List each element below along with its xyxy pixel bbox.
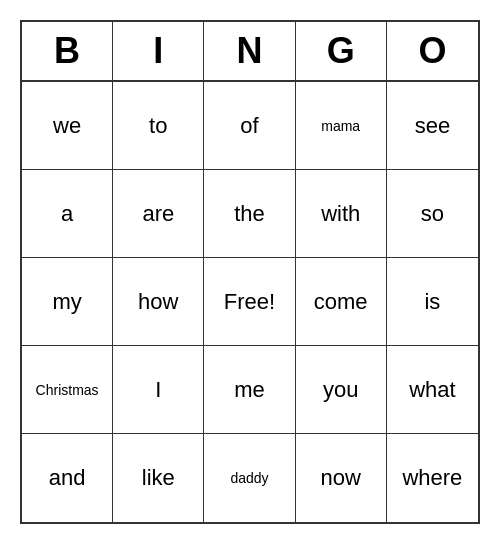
bingo-cell[interactable]: we <box>22 82 113 170</box>
bingo-card: BINGO wetoofmamaseeaarethewithsomyhowFre… <box>20 20 480 524</box>
bingo-cell[interactable]: see <box>387 82 478 170</box>
bingo-grid: wetoofmamaseeaarethewithsomyhowFree!come… <box>22 82 478 522</box>
bingo-cell[interactable]: and <box>22 434 113 522</box>
bingo-cell[interactable]: me <box>204 346 295 434</box>
bingo-header-letter: N <box>204 22 295 80</box>
bingo-cell[interactable]: of <box>204 82 295 170</box>
bingo-cell[interactable]: Free! <box>204 258 295 346</box>
bingo-cell[interactable]: daddy <box>204 434 295 522</box>
bingo-cell[interactable]: is <box>387 258 478 346</box>
bingo-header-letter: O <box>387 22 478 80</box>
bingo-cell[interactable]: the <box>204 170 295 258</box>
bingo-cell[interactable]: like <box>113 434 204 522</box>
bingo-header-letter: G <box>296 22 387 80</box>
bingo-header: BINGO <box>22 22 478 82</box>
bingo-cell[interactable]: come <box>296 258 387 346</box>
bingo-header-letter: B <box>22 22 113 80</box>
bingo-cell[interactable]: now <box>296 434 387 522</box>
bingo-cell[interactable]: to <box>113 82 204 170</box>
bingo-cell[interactable]: where <box>387 434 478 522</box>
bingo-cell[interactable]: what <box>387 346 478 434</box>
bingo-cell[interactable]: mama <box>296 82 387 170</box>
bingo-cell[interactable]: a <box>22 170 113 258</box>
bingo-cell[interactable]: my <box>22 258 113 346</box>
bingo-cell[interactable]: how <box>113 258 204 346</box>
bingo-cell[interactable]: I <box>113 346 204 434</box>
bingo-cell[interactable]: are <box>113 170 204 258</box>
bingo-cell[interactable]: so <box>387 170 478 258</box>
bingo-cell[interactable]: you <box>296 346 387 434</box>
bingo-cell[interactable]: Christmas <box>22 346 113 434</box>
bingo-header-letter: I <box>113 22 204 80</box>
bingo-cell[interactable]: with <box>296 170 387 258</box>
